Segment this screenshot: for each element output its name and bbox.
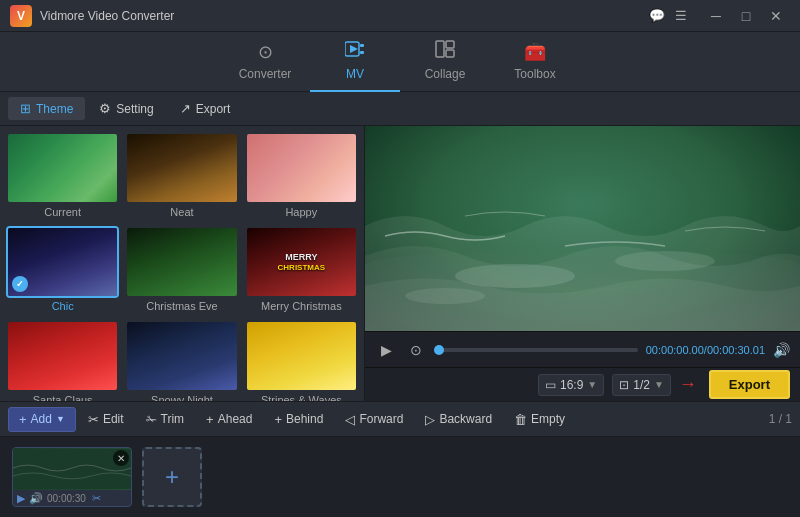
tab-converter[interactable]: ⊙ Converter [220,32,310,92]
ahead-icon: + [206,412,214,427]
edit-button[interactable]: ✂ Edit [78,408,134,431]
video-controls: ▶ ⊙ 00:00:00.00/00:00:30.01 🔊 [365,331,800,367]
aspect-ratio-select[interactable]: ▭ 16:9 ▼ [538,374,604,396]
export-button[interactable]: Export [709,370,790,399]
clip-controls: ▶ 🔊 00:00:30 ✂ [13,490,131,507]
nav-tabs: ⊙ Converter MV Collage 🧰 Toolbox [0,32,800,92]
svg-point-10 [405,288,485,304]
play-button[interactable]: ▶ [375,339,397,361]
svg-marker-1 [350,45,358,53]
page-info: 1 / 1 [769,412,792,426]
right-panel: ▶ ⊙ 00:00:00.00/00:00:30.01 🔊 ▭ 16:9 ▼ ⊡ [365,126,800,401]
resolution-chevron-icon: ▼ [654,379,664,390]
backward-icon: ▷ [425,412,435,427]
app-title: Vidmore Video Converter [40,9,648,23]
svg-rect-3 [360,51,364,54]
theme-panel: Current Neat Happy [0,126,365,401]
clip-scissors-icon[interactable]: ✂ [92,492,101,505]
behind-icon: + [274,412,282,427]
mv-icon [345,40,365,63]
svg-rect-2 [360,44,364,47]
ahead-button[interactable]: + + Ahead Ahead [196,408,262,431]
progress-dot [434,345,444,355]
timeline-clip[interactable]: ▶ 🔊 00:00:30 ✂ ✕ [12,447,132,507]
window-controls: ─ □ ✕ [702,5,790,27]
svg-rect-4 [436,41,444,57]
svg-rect-5 [446,41,454,48]
sub-tab-export[interactable]: ↗ Export [168,97,243,120]
export-tab-icon: ↗ [180,101,191,116]
forward-icon: ◁ [345,412,355,427]
clip-play-icon[interactable]: ▶ [17,492,25,505]
resolution-icon: ⊡ [619,378,629,392]
clip-close-button[interactable]: ✕ [113,450,129,466]
add-clip-icon: + [165,463,179,491]
trim-button[interactable]: ✁ Trim [136,408,195,431]
resolution-select[interactable]: ⊡ 1/2 ▼ [612,374,671,396]
theme-current[interactable]: Current [6,132,119,220]
forward-button[interactable]: ◁ Forward [335,408,413,431]
theme-stripes-waves[interactable]: Stripes & Waves [245,320,358,401]
stop-button[interactable]: ⊙ [405,339,427,361]
theme-icon: ⊞ [20,101,31,116]
empty-icon: 🗑 [514,412,527,427]
selected-check: ✓ [12,276,28,292]
clip-duration-label: 00:00:30 [47,493,86,504]
edit-icon: ✂ [88,412,99,427]
minimize-button[interactable]: ─ [702,5,730,27]
sub-tab-theme[interactable]: ⊞ Theme [8,97,85,120]
converter-icon: ⊙ [258,41,273,63]
tab-toolbox[interactable]: 🧰 Toolbox [490,32,580,92]
menu-icon: ☰ [672,7,690,25]
message-icon: 💬 [648,7,666,25]
toolbox-icon: 🧰 [524,41,546,63]
time-display: 00:00:00.00/00:00:30.01 [646,344,765,356]
theme-merry-christmas[interactable]: MERRY CHRISTMAS Merry Christmas [245,226,358,314]
svg-point-8 [455,264,575,288]
content-row: Current Neat Happy [0,126,800,401]
aspect-chevron-icon: ▼ [587,379,597,390]
sub-tab-setting[interactable]: ⚙ Setting [87,97,165,120]
add-button[interactable]: + Add ▼ [8,407,76,432]
trim-icon: ✁ [146,412,157,427]
svg-point-9 [615,251,715,271]
theme-christmas-eve[interactable]: Christmas Eve [125,226,238,314]
theme-neat[interactable]: Neat [125,132,238,220]
close-button[interactable]: ✕ [762,5,790,27]
svg-rect-6 [446,50,454,57]
add-icon: + [19,412,27,427]
video-preview [365,126,800,331]
tab-mv[interactable]: MV [310,32,400,92]
empty-button[interactable]: 🗑 Empty [504,408,575,431]
main-area: ⊞ Theme ⚙ Setting ↗ Export Current [0,92,800,517]
setting-icon: ⚙ [99,101,111,116]
volume-icon[interactable]: 🔊 [773,342,790,358]
bottom-toolbar: + Add ▼ ✂ Edit ✁ Trim + + Ahead Ahead + … [0,401,800,437]
format-bar: ▭ 16:9 ▼ ⊡ 1/2 ▼ → Export [365,367,800,401]
theme-santa-claus[interactable]: Santa Claus [6,320,119,401]
theme-grid: Current Neat Happy [6,132,358,401]
collage-icon [435,40,455,63]
theme-snowy-night[interactable]: Snowy Night [125,320,238,401]
tab-collage[interactable]: Collage [400,32,490,92]
sub-tabs-bar: ⊞ Theme ⚙ Setting ↗ Export [0,92,800,126]
add-clip-button[interactable]: + [142,447,202,507]
aspect-ratio-icon: ▭ [545,378,556,392]
progress-bar[interactable] [435,348,638,352]
title-icons: 💬 ☰ [648,7,690,25]
timeline-area: ▶ 🔊 00:00:30 ✂ ✕ + [0,437,800,517]
app-logo: V [10,5,32,27]
clip-volume-icon[interactable]: 🔊 [29,492,43,505]
add-dropdown-icon: ▼ [56,414,65,424]
title-bar: V Vidmore Video Converter 💬 ☰ ─ □ ✕ [0,0,800,32]
maximize-button[interactable]: □ [732,5,760,27]
backward-button[interactable]: ▷ Backward [415,408,502,431]
behind-button[interactable]: + Behind [264,408,333,431]
theme-chic[interactable]: ✓ Chic [6,226,119,314]
theme-happy[interactable]: Happy [245,132,358,220]
export-arrow-icon: → [679,374,697,395]
